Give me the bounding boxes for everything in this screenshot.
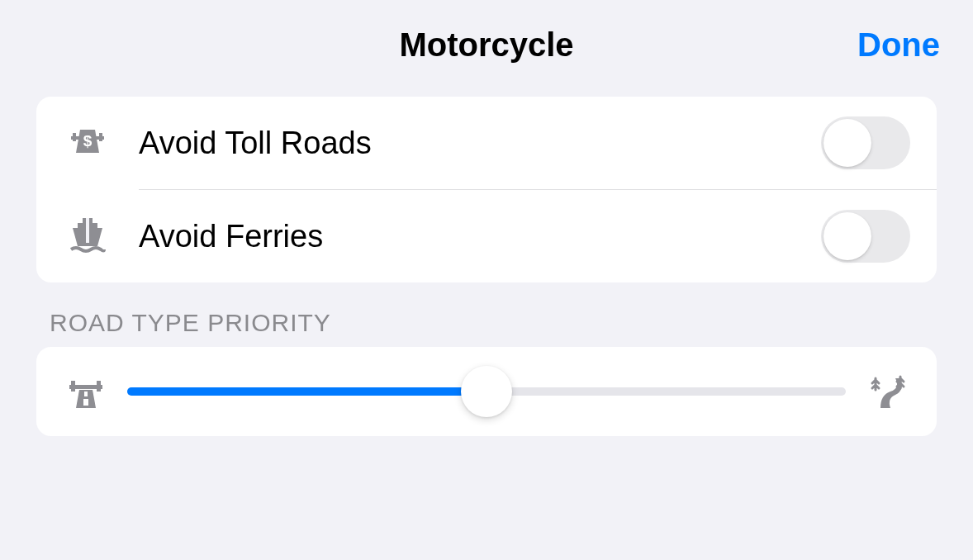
road-type-slider-row (36, 347, 937, 436)
header: Motorcycle Done (0, 0, 973, 97)
done-button[interactable]: Done (857, 26, 940, 64)
svg-rect-11 (84, 392, 88, 396)
svg-rect-2 (73, 133, 76, 141)
svg-rect-9 (71, 381, 75, 392)
svg-text:$: $ (83, 132, 93, 149)
avoid-ferries-toggle[interactable] (821, 210, 910, 263)
avoid-ferries-row: Avoid Ferries (36, 190, 937, 282)
avoid-ferries-label: Avoid Ferries (139, 219, 821, 254)
page-title: Motorcycle (399, 26, 573, 64)
ferry-icon (63, 211, 112, 261)
svg-rect-10 (97, 381, 101, 392)
highway-icon (64, 370, 107, 413)
road-type-slider[interactable] (127, 367, 846, 416)
avoid-toll-toggle[interactable] (821, 116, 910, 169)
road-type-card (36, 347, 937, 436)
svg-rect-12 (83, 399, 88, 406)
scenic-road-icon (866, 370, 909, 413)
avoid-toll-row: $ Avoid Toll Roads (36, 97, 937, 189)
avoid-options-card: $ Avoid Toll Roads Avoid Ferries (36, 97, 937, 282)
toggle-knob (823, 119, 871, 167)
slider-fill (127, 387, 486, 396)
toll-icon: $ (63, 118, 112, 168)
svg-rect-7 (86, 218, 89, 243)
slider-thumb[interactable] (461, 366, 512, 417)
toggle-knob (823, 212, 871, 260)
avoid-toll-label: Avoid Toll Roads (139, 126, 821, 161)
svg-rect-3 (99, 133, 102, 141)
road-type-section-label: ROAD TYPE PRIORITY (50, 309, 923, 337)
